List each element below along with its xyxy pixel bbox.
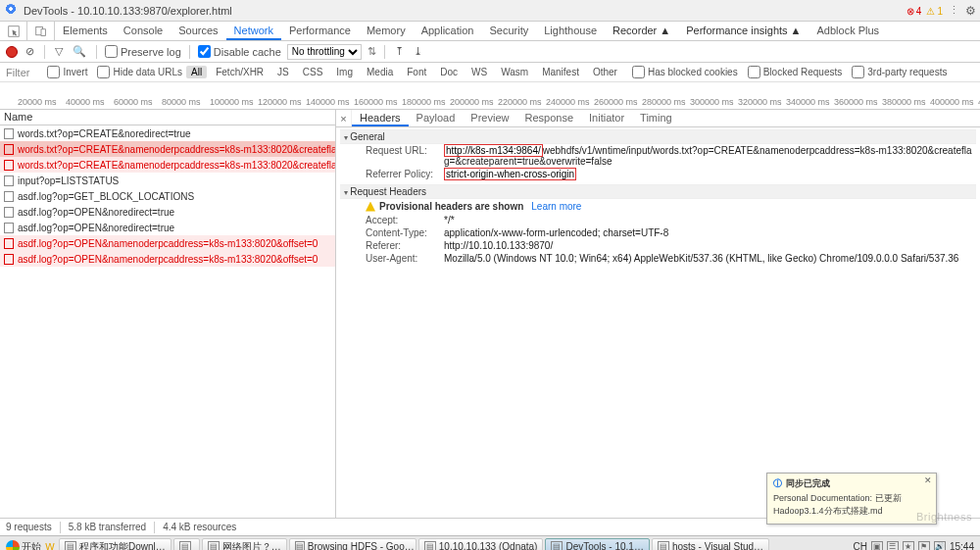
search-icon[interactable]: 🔍 — [71, 45, 88, 58]
tab-lighthouse[interactable]: Lighthouse — [536, 22, 605, 40]
type-wasm[interactable]: Wasm — [496, 66, 533, 78]
request-name: words.txt?op=CREATE&namenoderpcaddress=k… — [18, 144, 335, 155]
type-img[interactable]: Img — [331, 66, 358, 78]
request-row[interactable]: asdf.log?op=GET_BLOCK_LOCATIONS — [0, 188, 335, 204]
filter-bar: Filter Invert Hide data URLs All Fetch/X… — [0, 63, 980, 82]
windows-taskbar: 开始 W̲ ▤程序和功能Downl…▤▤网络图片？…▤Browsing HDFS… — [0, 535, 980, 550]
type-all[interactable]: All — [186, 66, 207, 78]
clear-icon[interactable]: ⊘ — [24, 45, 36, 58]
throttling-select[interactable]: No throttling — [287, 44, 362, 60]
request-row[interactable]: asdf.log?op=OPEN&noredirect=true — [0, 204, 335, 220]
general-section[interactable]: General — [340, 129, 976, 144]
volume-icon[interactable]: 🔊 — [934, 541, 946, 551]
preserve-log-checkbox[interactable]: Preserve log — [105, 45, 181, 58]
disable-cache-checkbox[interactable]: Disable cache — [198, 45, 281, 58]
taskbar-item[interactable]: ▤ — [173, 538, 200, 551]
subtab-initiator[interactable]: Initiator — [581, 110, 632, 126]
tab-performance[interactable]: Performance — [281, 22, 359, 40]
import-har-icon[interactable]: ⤒ — [393, 45, 406, 58]
clock[interactable]: 15:44 — [950, 541, 974, 550]
system-tray: CH ▣ ☰ ★ ⚑ 🔊 15:44 — [850, 541, 978, 551]
export-har-icon[interactable]: ⤓ — [412, 45, 424, 58]
svg-rect-2 — [41, 28, 46, 35]
request-row[interactable]: input?op=LISTSTATUS — [0, 173, 335, 188]
type-doc[interactable]: Doc — [435, 66, 463, 78]
close-details-icon[interactable]: × — [336, 110, 352, 126]
tab-elements[interactable]: Elements — [55, 22, 116, 40]
subtab-payload[interactable]: Payload — [409, 110, 464, 126]
timeline-tick: 140000 ms — [306, 97, 354, 107]
request-row[interactable]: words.txt?op=CREATE&noredirect=true — [0, 125, 335, 141]
tray-icon[interactable]: ☰ — [887, 541, 899, 551]
request-url-label: Request URL: — [366, 145, 444, 167]
tab-memory[interactable]: Memory — [359, 22, 414, 40]
device-toggle-icon[interactable] — [27, 22, 55, 40]
timeline-overview[interactable]: 20000 ms40000 ms60000 ms80000 ms100000 m… — [0, 82, 980, 110]
request-row[interactable]: asdf.log?op=OPEN&namenoderpcaddress=k8s-… — [0, 251, 335, 267]
request-row[interactable]: words.txt?op=CREATE&namenoderpcaddress=k… — [0, 157, 335, 173]
blocked-cookies-checkbox[interactable]: Has blocked cookies — [632, 66, 738, 78]
tab-security[interactable]: Security — [481, 22, 536, 40]
type-js[interactable]: JS — [272, 66, 294, 78]
file-icon — [4, 160, 14, 171]
request-row[interactable]: asdf.log?op=OPEN&namenoderpcaddress=k8s-… — [0, 235, 335, 251]
timeline-tick: 320000 ms — [738, 97, 786, 107]
subtab-preview[interactable]: Preview — [463, 110, 516, 126]
file-icon — [4, 207, 14, 218]
tray-icon[interactable]: ▣ — [871, 541, 883, 551]
filter-input[interactable]: Filter — [6, 67, 29, 78]
inspect-icon[interactable] — [0, 22, 27, 40]
record-button[interactable] — [6, 46, 18, 58]
type-other[interactable]: Other — [588, 66, 622, 78]
balloon-close-icon[interactable]: ✕ — [924, 475, 932, 485]
timeline-tick: 280000 ms — [642, 97, 690, 107]
taskbar-item[interactable]: ▤DevTools - 10.1… — [545, 538, 649, 551]
app-icon: ▤ — [424, 541, 436, 551]
request-name: words.txt?op=CREATE&noredirect=true — [18, 128, 191, 139]
taskbar-item[interactable]: ▤hosts - Visual Stud… — [652, 538, 769, 551]
app-icon: ▤ — [208, 541, 220, 551]
type-font[interactable]: Font — [402, 66, 431, 78]
filter-icon[interactable]: ▽ — [53, 45, 65, 58]
tray-icon[interactable]: ⚑ — [918, 541, 930, 551]
taskbar-item[interactable]: ▤10.10.10.133 (Odnata) — [418, 538, 544, 551]
hide-data-urls-checkbox[interactable]: Hide data URLs — [97, 66, 182, 78]
request-row[interactable]: asdf.log?op=OPEN&noredirect=true — [0, 220, 335, 235]
type-manifest[interactable]: Manifest — [537, 66, 584, 78]
tab-adblock[interactable]: Adblock Plus — [809, 22, 888, 40]
issue-badges[interactable]: ⊗4 ⚠1 — [905, 5, 943, 17]
taskbar-item[interactable]: ▤Browsing HDFS - Goo… — [289, 538, 416, 551]
type-media[interactable]: Media — [362, 66, 398, 78]
type-ws[interactable]: WS — [466, 66, 492, 78]
taskbar-item[interactable]: ▤网络图片？… — [202, 538, 287, 551]
start-button[interactable]: 开始 — [2, 540, 45, 551]
tab-network[interactable]: Network — [226, 22, 281, 40]
third-party-checkbox[interactable]: 3rd-party requests — [852, 66, 947, 78]
subtab-response[interactable]: Response — [516, 110, 581, 126]
name-column-header[interactable]: Name — [0, 110, 335, 125]
tab-perf-insights[interactable]: Performance insights ▲ — [678, 22, 808, 40]
tab-recorder[interactable]: Recorder ▲ — [605, 22, 678, 40]
network-conditions-icon[interactable]: ⇅ — [368, 45, 376, 58]
tab-console[interactable]: Console — [116, 22, 171, 40]
tab-application[interactable]: Application — [414, 22, 482, 40]
type-fetch[interactable]: Fetch/XHR — [211, 66, 269, 78]
subtab-timing[interactable]: Timing — [632, 110, 680, 126]
tab-sources[interactable]: Sources — [171, 22, 225, 40]
request-row[interactable]: words.txt?op=CREATE&namenoderpcaddress=k… — [0, 141, 335, 157]
request-name: asdf.log?op=OPEN&namenoderpcaddress=k8s-… — [18, 254, 318, 265]
ime-indicator[interactable]: CH — [854, 541, 867, 550]
request-count: 9 requests — [6, 522, 52, 532]
tray-icon[interactable]: ★ — [903, 541, 914, 551]
request-url-value: http://k8s-m134:9864/webhdfs/v1/wntime/i… — [444, 145, 976, 167]
learn-more-link[interactable]: Learn more — [531, 201, 581, 212]
settings-icon[interactable]: ⚙ — [965, 4, 976, 18]
blocked-requests-checkbox[interactable]: Blocked Requests — [748, 66, 843, 78]
invert-checkbox[interactable]: Invert — [47, 66, 87, 78]
request-headers-section[interactable]: Request Headers — [340, 184, 976, 199]
type-css[interactable]: CSS — [298, 66, 328, 78]
more-icon[interactable]: ⋮ — [949, 4, 959, 17]
file-icon — [4, 191, 14, 202]
taskbar-item[interactable]: ▤程序和功能Downl… — [59, 538, 172, 551]
subtab-headers[interactable]: Headers — [352, 110, 409, 126]
